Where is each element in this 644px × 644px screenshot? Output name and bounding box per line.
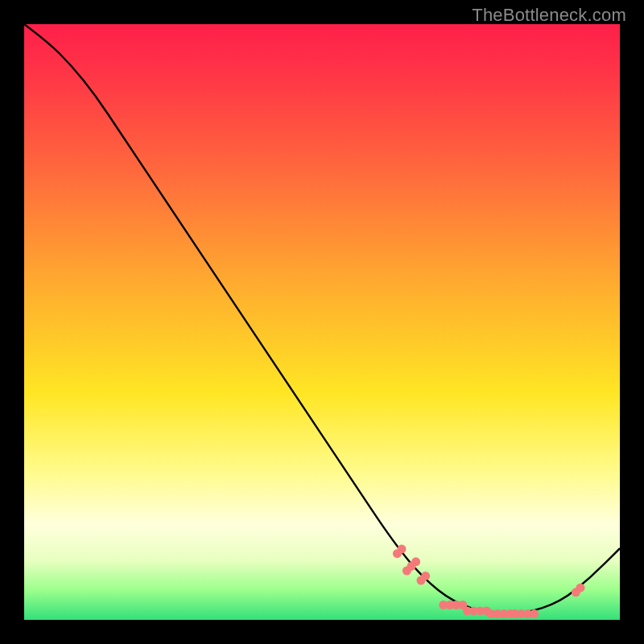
chart-frame: TheBottleneck.com — [0, 0, 644, 644]
plot-background — [24, 24, 620, 620]
attribution-text: TheBottleneck.com — [472, 5, 626, 26]
